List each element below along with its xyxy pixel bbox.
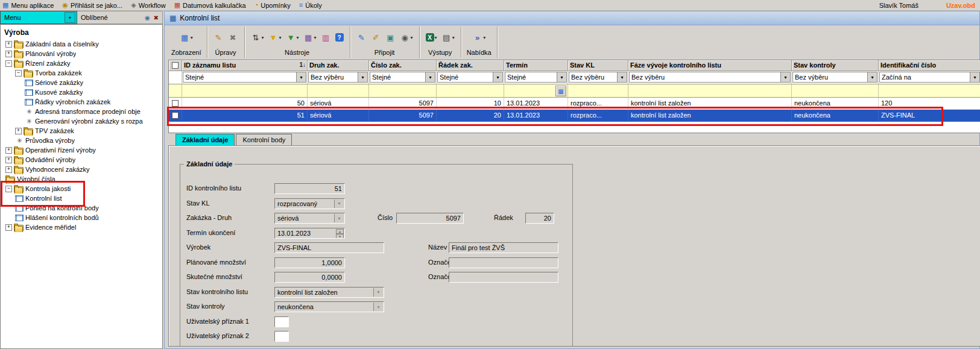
print-button[interactable]: ▤▾: [441, 32, 455, 43]
search-cell[interactable]: [628, 84, 792, 98]
filter-combo[interactable]: Bez výběru▾: [629, 72, 791, 83]
topbar-item-ukoly[interactable]: ≡Úkoly: [299, 2, 322, 9]
filter-combo[interactable]: Začíná na▾: [879, 72, 980, 83]
dropdown-button[interactable]: ▾: [358, 72, 367, 82]
field-uzivatelsky-priznak-2[interactable]: [274, 331, 289, 342]
spin-up-button[interactable]: ▴: [336, 229, 344, 234]
dropdown-button[interactable]: ▾: [867, 72, 877, 82]
tree-item-pruvodka-vyroby[interactable]: ✳Průvodka výroby: [1, 136, 162, 145]
tree-item-seriove-zakazky[interactable]: Sériové zakázky: [1, 78, 162, 87]
spin-down-button[interactable]: ▾: [336, 234, 344, 239]
topbar-item-workflow[interactable]: ◈Workflow: [131, 2, 166, 9]
dropdown-button[interactable]: ▾: [780, 72, 790, 82]
column-header-radek-zak[interactable]: Řádek zak.: [437, 60, 504, 71]
dropdown-button[interactable]: ▾: [296, 72, 306, 82]
column-header-termin[interactable]: Termín: [504, 60, 568, 71]
column-header-identifikacni-cislo[interactable]: Identifikační číslo: [879, 60, 980, 71]
expand-icon[interactable]: +: [15, 128, 22, 134]
expand-icon[interactable]: +: [5, 166, 12, 173]
sort-button[interactable]: ⇅▾: [250, 32, 265, 43]
field-uzivatelsky-priznak-1[interactable]: [274, 316, 289, 327]
topbar-item-datumova-kalkulacka[interactable]: ▦Datumová kalkulačka: [174, 2, 246, 9]
tree-item-planovani-vyroby[interactable]: +Plánování výroby: [1, 49, 162, 58]
collapse-icon[interactable]: −: [5, 186, 12, 192]
edit-button[interactable]: ✎: [213, 32, 224, 43]
closed-period-indicator[interactable]: Uzav.obd: [946, 2, 975, 9]
search-cell[interactable]: [568, 84, 628, 98]
filter-combo[interactable]: Stejné▾: [370, 72, 435, 83]
filter-combo[interactable]: Stejné▾: [505, 72, 567, 83]
tree-item-operativni-rizeni-vyroby[interactable]: +Operativní řízení výroby: [1, 145, 162, 155]
view-grid-button[interactable]: ▦▾: [179, 32, 194, 43]
dropdown-button[interactable]: ▾: [334, 200, 344, 208]
grid-row-50[interactable]: 50sériová50971013.01.2023rozpraco...kont…: [169, 98, 980, 110]
filter-button[interactable]: ▼▾: [268, 32, 282, 43]
field-zakazka-druh[interactable]: sériová▾: [274, 213, 345, 224]
search-cell[interactable]: [182, 84, 308, 98]
dropdown-button[interactable]: ▾: [617, 72, 627, 82]
close-panel-icon[interactable]: ✖: [154, 14, 159, 21]
select-all-header-cell[interactable]: [169, 60, 182, 71]
help-button[interactable]: ?: [335, 33, 344, 42]
favorites-tab[interactable]: Oblíbené ◉ ✖: [77, 11, 163, 24]
topbar-item-upominky[interactable]: ◔Upomínky: [254, 2, 291, 9]
expand-icon[interactable]: +: [5, 147, 12, 154]
expand-icon[interactable]: +: [5, 157, 12, 163]
tree-item-vyrobni-cisla[interactable]: Výrobní čísla: [1, 174, 162, 184]
row-checkbox[interactable]: [172, 100, 179, 107]
column-header-faze-vyvoje-kontrolniho-listu[interactable]: Fáze vývoje kontrolního listu: [628, 60, 792, 71]
row-select-cell[interactable]: [169, 110, 182, 122]
grid-row-51[interactable]: 51sériová50972013.01.2023rozpraco...kont…: [169, 110, 980, 122]
tab-zakladni-udaje[interactable]: Základní údaje: [175, 134, 235, 146]
menu-tab[interactable]: Menu ▾: [0, 11, 77, 24]
pin-icon[interactable]: ◉: [145, 14, 150, 21]
delete-button[interactable]: ✖: [227, 32, 239, 43]
chart-button[interactable]: ▥: [320, 32, 332, 43]
tab-kontrolni-body[interactable]: Kontrolní body: [236, 134, 292, 146]
column-header-id-zaznamu-listu[interactable]: ID záznamu listu1↓: [182, 60, 308, 71]
search-cell[interactable]: [308, 84, 369, 98]
tree-item-tvorba-zakazek[interactable]: −Tvorba zakázek: [1, 68, 162, 78]
field-stav-kontroly[interactable]: neukončena▾: [274, 301, 384, 312]
tree-item-zakladni-data-a-ciselniky[interactable]: +Základní data a číselníky: [1, 39, 162, 49]
dropdown-button[interactable]: ▾: [334, 214, 344, 222]
tree-item-hlaseni-kontrolnich-bodu[interactable]: Hlášení kontrolních bodů: [1, 213, 162, 222]
dropdown-button[interactable]: ▾: [557, 72, 566, 82]
search-cell[interactable]: [169, 84, 182, 98]
filter-combo[interactable]: Bez výběru▾: [308, 72, 368, 83]
attachment-button[interactable]: ✐: [370, 32, 382, 43]
collapse-icon[interactable]: −: [15, 70, 22, 77]
filter-combo[interactable]: Stejné▾: [437, 72, 503, 83]
column-header-cislo-zak[interactable]: Číslo zak.: [369, 60, 437, 71]
dropdown-button[interactable]: ▾: [425, 72, 435, 82]
more-button[interactable]: »▾: [472, 32, 486, 43]
tree-item-vyhodnoceni-zakazky[interactable]: +Vyhodnocení zakázky: [1, 165, 162, 174]
tree-item-evidence-meridel[interactable]: +Evidence měřidel: [1, 222, 162, 232]
search-cell[interactable]: [369, 84, 437, 98]
calendar-button[interactable]: ▦: [555, 86, 566, 96]
tree-item-odvadeni-vyroby[interactable]: +Odvádění výroby: [1, 155, 162, 165]
date-spinner[interactable]: ▴▾: [336, 229, 344, 237]
row-checkbox[interactable]: [172, 112, 179, 119]
filter-combo[interactable]: Bez výběru▾: [792, 72, 877, 83]
collapse-icon[interactable]: −: [5, 60, 12, 67]
row-select-cell[interactable]: [169, 98, 182, 110]
search-cell[interactable]: [437, 84, 504, 98]
select-all-checkbox[interactable]: [172, 62, 179, 69]
menu-options-button[interactable]: ▾: [65, 12, 75, 23]
excel-button[interactable]: X▾: [425, 33, 438, 42]
tree-item-kontrola-jakosti[interactable]: −Kontrola jakosti: [1, 184, 162, 193]
dropdown-button[interactable]: ▾: [373, 288, 383, 297]
tree-item-kontrolni-list[interactable]: Kontrolní list: [1, 193, 162, 203]
field-stav-kontrolniho-listu[interactable]: kontrolní list založen▾: [274, 287, 384, 298]
window-titlebar[interactable]: ▦ Kontrolní list: [165, 11, 979, 25]
column-header-stav-kontroly[interactable]: Stav kontroly: [792, 60, 879, 71]
dropdown-button[interactable]: ▾: [493, 72, 502, 82]
field-termin-ukonceni[interactable]: 13.01.2023▴▾: [274, 228, 345, 239]
column-header-stav-kl[interactable]: Stav KL: [568, 60, 628, 71]
tree-item-tpv-zakazek[interactable]: +TPV zakázek: [1, 126, 162, 136]
search-cell[interactable]: [879, 84, 980, 98]
filter-combo[interactable]: Stejné▾: [183, 72, 306, 83]
tree-item-adresna-transformace-prodejni-obje[interactable]: ✳Adresná transformace prodejní obje: [1, 107, 162, 116]
note-edit-button[interactable]: ✎: [356, 32, 367, 43]
